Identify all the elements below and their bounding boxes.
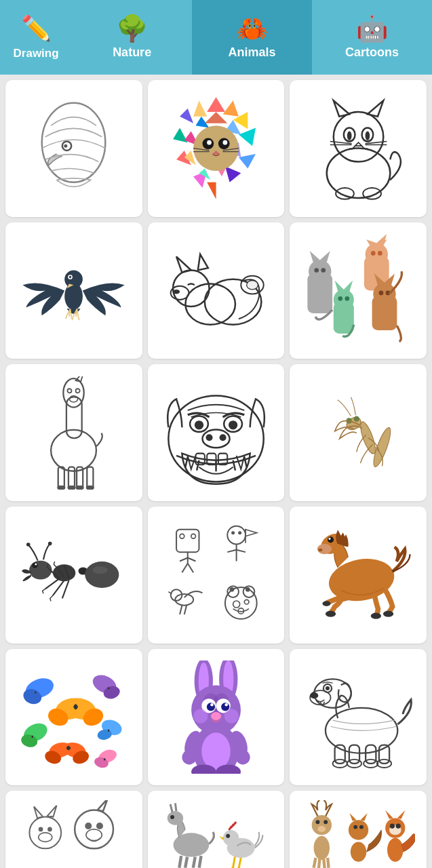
svg-marker-154 xyxy=(246,530,257,536)
svg-point-76 xyxy=(333,290,353,310)
svg-point-107 xyxy=(229,420,237,429)
grid-item-horse[interactable] xyxy=(290,507,427,644)
svg-marker-8 xyxy=(225,167,241,182)
svg-marker-239 xyxy=(34,807,43,818)
svg-point-140 xyxy=(180,534,184,539)
grid-item-ant[interactable] xyxy=(5,507,142,644)
grid-item-fox-sketch[interactable] xyxy=(148,222,285,359)
svg-line-255 xyxy=(179,856,181,868)
grid-item-bulldog-sketch[interactable] xyxy=(148,364,285,501)
grid-item-dog-sketch[interactable] xyxy=(290,649,427,786)
svg-point-59 xyxy=(173,290,180,294)
svg-point-74 xyxy=(378,251,382,256)
svg-point-55 xyxy=(173,270,209,306)
svg-marker-246 xyxy=(98,800,108,811)
grid-item-butterflies[interactable] xyxy=(5,649,142,786)
svg-rect-99 xyxy=(58,486,66,490)
svg-point-141 xyxy=(191,534,196,539)
tab-nature[interactable]: 🌳 Nature xyxy=(72,0,192,75)
svg-point-164 xyxy=(233,601,240,608)
grid-item-eagle-wings[interactable] xyxy=(5,222,142,359)
tab-cartoons[interactable]: 🤖 Cartoons xyxy=(312,0,432,75)
svg-marker-41 xyxy=(355,142,361,146)
svg-line-151 xyxy=(227,550,236,552)
svg-point-279 xyxy=(359,825,364,829)
grid-item-wolves[interactable] xyxy=(5,791,142,868)
cartoons-icon: 🤖 xyxy=(356,16,388,41)
svg-line-270 xyxy=(313,858,315,868)
svg-marker-90 xyxy=(76,376,84,382)
svg-point-243 xyxy=(39,833,52,842)
svg-line-264 xyxy=(239,858,241,868)
svg-marker-282 xyxy=(385,810,393,819)
svg-marker-3 xyxy=(207,98,225,113)
animals-icon: 🦀 xyxy=(236,16,268,41)
svg-point-242 xyxy=(47,827,52,832)
svg-point-220 xyxy=(182,750,196,764)
svg-point-148 xyxy=(231,532,235,535)
svg-line-258 xyxy=(199,856,201,868)
grid-item-eagle-sketch[interactable] xyxy=(5,80,142,217)
svg-point-241 xyxy=(39,827,43,832)
svg-point-275 xyxy=(350,842,366,862)
grid-item-small-animals[interactable] xyxy=(148,507,285,644)
svg-point-123 xyxy=(353,416,359,421)
tab-animals[interactable]: 🦀 Animals xyxy=(192,0,312,75)
top-navigation: ✏️ Drawing 🌳 Nature 🦀 Animals 🤖 Cartoons xyxy=(0,0,432,75)
svg-line-158 xyxy=(184,606,186,614)
svg-rect-95 xyxy=(58,467,64,487)
svg-point-287 xyxy=(410,826,414,834)
svg-marker-6 xyxy=(239,128,256,146)
svg-line-273 xyxy=(328,858,328,868)
svg-point-281 xyxy=(387,838,403,862)
drawing-icon: ✏️ xyxy=(21,14,52,43)
svg-point-174 xyxy=(322,601,330,607)
tab-drawing-label: Drawing xyxy=(14,47,59,60)
svg-rect-101 xyxy=(76,486,84,490)
svg-point-217 xyxy=(201,732,231,770)
svg-point-82 xyxy=(373,283,395,305)
svg-point-251 xyxy=(168,811,183,825)
grid-item-cats-group[interactable] xyxy=(290,222,427,359)
svg-point-66 xyxy=(321,268,326,273)
grid-item-forest-animals[interactable] xyxy=(290,791,427,868)
svg-point-127 xyxy=(26,542,31,547)
svg-line-253 xyxy=(175,803,176,811)
svg-point-248 xyxy=(96,823,103,829)
svg-point-227 xyxy=(310,692,318,698)
grid-item-colorful-lion[interactable] xyxy=(148,80,285,217)
svg-point-62 xyxy=(309,260,331,282)
svg-marker-56 xyxy=(176,256,191,272)
svg-point-51 xyxy=(69,276,71,278)
tab-drawing[interactable]: ✏️ Drawing xyxy=(0,0,72,75)
svg-rect-98 xyxy=(87,467,94,487)
svg-line-143 xyxy=(180,558,188,561)
grid-item-rabbit[interactable] xyxy=(148,649,285,786)
grid-item-cat-sketch[interactable] xyxy=(290,80,427,217)
svg-point-65 xyxy=(314,268,319,273)
svg-point-267 xyxy=(315,820,319,824)
svg-point-247 xyxy=(85,823,92,829)
svg-marker-35 xyxy=(333,101,349,117)
svg-marker-13 xyxy=(180,108,193,123)
grid-item-llama-sketch[interactable] xyxy=(5,364,142,501)
svg-point-278 xyxy=(353,825,357,829)
grid-item-farm-animals[interactable] xyxy=(148,791,285,868)
tab-cartoons-label: Cartoons xyxy=(345,45,399,60)
svg-marker-276 xyxy=(349,813,356,821)
svg-line-135 xyxy=(62,580,69,598)
svg-point-49 xyxy=(64,270,83,288)
svg-point-23 xyxy=(193,125,239,171)
svg-point-221 xyxy=(235,750,250,764)
svg-rect-231 xyxy=(349,745,359,764)
svg-rect-100 xyxy=(68,486,76,490)
svg-line-133 xyxy=(45,578,60,589)
svg-point-124 xyxy=(29,561,52,580)
svg-point-40 xyxy=(365,132,370,140)
svg-line-252 xyxy=(170,804,172,812)
svg-rect-232 xyxy=(366,745,376,764)
svg-point-85 xyxy=(378,291,383,296)
svg-point-286 xyxy=(395,824,400,829)
grid-item-mantis[interactable] xyxy=(290,364,427,501)
svg-point-155 xyxy=(175,594,193,606)
